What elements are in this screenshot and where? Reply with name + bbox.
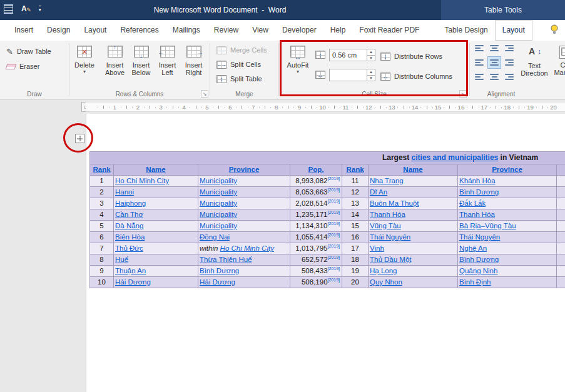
citation-superscript[interactable]: [2019] bbox=[328, 188, 340, 192]
page[interactable]: Largest cities and municipalities in Vie… bbox=[86, 114, 565, 392]
province-link[interactable]: Municipality bbox=[200, 211, 237, 218]
column-width-input[interactable]: ▲ ▼ bbox=[329, 69, 375, 81]
tab-design[interactable]: Design bbox=[40, 20, 77, 41]
city-link[interactable]: Hanoi bbox=[115, 188, 134, 196]
city-link[interactable]: Thủ Đức bbox=[115, 244, 143, 252]
tell-me-button[interactable] bbox=[549, 24, 559, 38]
province-link[interactable]: Hải Dương bbox=[200, 278, 235, 286]
align-top-left-button[interactable] bbox=[472, 43, 486, 55]
province-link[interactable]: Đồng Nai bbox=[200, 233, 230, 241]
province-link[interactable]: Bình Dương bbox=[459, 256, 499, 263]
province-link[interactable]: Bà Rịa–Vũng Tàu bbox=[459, 222, 516, 229]
cell-size-dialog-launcher-icon[interactable]: ↘ bbox=[459, 90, 467, 98]
city-link[interactable]: Vũng Tàu bbox=[370, 222, 401, 229]
tab-view[interactable]: View bbox=[245, 20, 275, 41]
insert-right-button[interactable]: Insert Right bbox=[181, 41, 206, 76]
row-height-value[interactable]: 0.56 cm bbox=[330, 49, 367, 61]
cell-margins-button[interactable]: Cell Margins bbox=[550, 41, 565, 76]
province-link[interactable]: Municipality bbox=[200, 177, 237, 184]
city-link[interactable]: Cần Thơ bbox=[115, 211, 143, 218]
city-link[interactable]: Thái Nguyên bbox=[370, 233, 410, 241]
city-link[interactable]: Biên Hòa bbox=[115, 233, 145, 241]
province-link[interactable]: Municipality bbox=[200, 199, 237, 207]
decrement-icon[interactable]: ▼ bbox=[367, 76, 375, 81]
draw-table-button[interactable]: Draw Table bbox=[4, 44, 54, 58]
column-header-link[interactable]: Pop. bbox=[308, 166, 324, 173]
column-header-link[interactable]: Rank bbox=[346, 166, 364, 173]
rows-columns-dialog-launcher-icon[interactable]: ↘ bbox=[201, 90, 208, 98]
city-link[interactable]: Ho Chi Minh City bbox=[115, 177, 169, 184]
city-link[interactable]: Thuận An bbox=[115, 267, 146, 274]
province-link[interactable]: Bình Dương bbox=[459, 188, 499, 196]
citation-superscript[interactable]: [2019] bbox=[328, 176, 340, 181]
insert-below-button[interactable]: Insert Below bbox=[128, 41, 154, 76]
align-top-right-button[interactable] bbox=[502, 43, 516, 55]
province-link[interactable]: Đắk Lắk bbox=[459, 199, 486, 207]
align-bottom-center-button[interactable] bbox=[487, 70, 501, 83]
increment-icon[interactable]: ▲ bbox=[367, 69, 375, 76]
column-header-link[interactable]: Name bbox=[146, 166, 165, 173]
citation-superscript[interactable]: [2019] bbox=[328, 199, 340, 203]
citation-superscript[interactable]: [2019] bbox=[328, 221, 340, 226]
tab-layout[interactable]: Layout bbox=[495, 20, 532, 41]
insert-above-button[interactable]: Insert Above bbox=[102, 41, 128, 76]
province-link[interactable]: Bình Dương bbox=[200, 267, 239, 274]
column-header-link[interactable]: Rank bbox=[93, 166, 110, 173]
tab-table-design[interactable]: Table Design bbox=[437, 20, 494, 41]
autofit-button[interactable]: AutoFit ▾ bbox=[283, 41, 313, 74]
align-bottom-right-button[interactable] bbox=[502, 70, 516, 83]
city-link[interactable]: Hạ Long bbox=[370, 267, 397, 274]
row-height-input[interactable]: 0.56 cm ▲ ▼ bbox=[329, 49, 375, 61]
tab-review[interactable]: Review bbox=[207, 20, 245, 41]
distribute-columns-button[interactable]: Distribute Columns bbox=[378, 69, 455, 83]
increment-icon[interactable]: ▲ bbox=[367, 49, 375, 56]
tab-foxit-reader-pdf[interactable]: Foxit Reader PDF bbox=[352, 20, 426, 41]
tab-insert[interactable]: Insert bbox=[8, 20, 40, 41]
citation-superscript[interactable]: [2019] bbox=[328, 266, 340, 271]
split-table-button[interactable]: Split Table bbox=[214, 72, 265, 86]
citation-superscript[interactable]: [2019] bbox=[328, 255, 340, 259]
distribute-rows-button[interactable]: Distribute Rows bbox=[378, 49, 445, 63]
citation-superscript[interactable]: [2019] bbox=[328, 210, 340, 214]
province-link[interactable]: Nghệ An bbox=[459, 244, 487, 252]
citation-superscript[interactable]: [2019] bbox=[328, 244, 340, 248]
delete-button[interactable]: Delete ▾ bbox=[71, 41, 98, 74]
province-link[interactable]: Thừa Thiên Huế bbox=[200, 256, 252, 263]
decrement-icon[interactable]: ▼ bbox=[367, 56, 375, 61]
tab-references[interactable]: References bbox=[113, 20, 165, 41]
text-direction-button[interactable]: Text Direction bbox=[519, 41, 550, 77]
city-link[interactable]: Hải Dương bbox=[115, 278, 151, 286]
split-cells-button[interactable]: Split Cells bbox=[214, 58, 263, 71]
align-center-right-button[interactable] bbox=[502, 56, 516, 69]
align-bottom-left-button[interactable] bbox=[472, 70, 486, 83]
province-link[interactable]: Municipality bbox=[200, 188, 237, 196]
city-link[interactable]: Buôn Ma Thuột bbox=[370, 199, 419, 207]
column-width-value[interactable] bbox=[330, 69, 367, 81]
column-header-link[interactable]: Province bbox=[229, 166, 260, 173]
city-link[interactable]: Dĩ An bbox=[370, 188, 387, 196]
city-link[interactable]: Thủ Dầu Một bbox=[370, 256, 411, 263]
province-link[interactable]: Khánh Hòa bbox=[459, 177, 496, 184]
city-link[interactable]: Quy Nhon bbox=[370, 278, 402, 286]
province-link[interactable]: Bình Định bbox=[459, 278, 491, 286]
ruler-band[interactable]: 1234567891011121314151617181920 bbox=[86, 102, 565, 112]
province-link[interactable]: Ho Chi Minh City bbox=[220, 244, 274, 252]
province-link[interactable]: Thái Nguyên bbox=[459, 233, 500, 241]
tab-layout[interactable]: Layout bbox=[77, 20, 113, 41]
province-link[interactable]: Thanh Hóa bbox=[459, 211, 495, 218]
city-link[interactable]: Đà Nẵng bbox=[115, 222, 143, 229]
city-link[interactable]: Vinh bbox=[370, 244, 384, 252]
city-link[interactable]: Haiphong bbox=[115, 199, 146, 207]
province-link[interactable]: Quảng Ninh bbox=[459, 267, 497, 274]
city-link[interactable]: Huế bbox=[115, 256, 128, 263]
align-top-center-button[interactable] bbox=[487, 43, 501, 55]
tab-mailings[interactable]: Mailings bbox=[166, 20, 207, 41]
city-link[interactable]: Thanh Hóa bbox=[370, 211, 405, 218]
align-center-left-button[interactable] bbox=[472, 56, 486, 69]
table-title-link[interactable]: cities and municipalities bbox=[412, 153, 499, 162]
column-header-link[interactable]: Province bbox=[492, 166, 522, 173]
citation-superscript[interactable]: [2019] bbox=[328, 233, 340, 237]
eraser-button[interactable]: Eraser bbox=[4, 59, 42, 73]
citation-superscript[interactable]: [2019] bbox=[328, 278, 340, 282]
tab-help[interactable]: Help bbox=[323, 20, 353, 41]
